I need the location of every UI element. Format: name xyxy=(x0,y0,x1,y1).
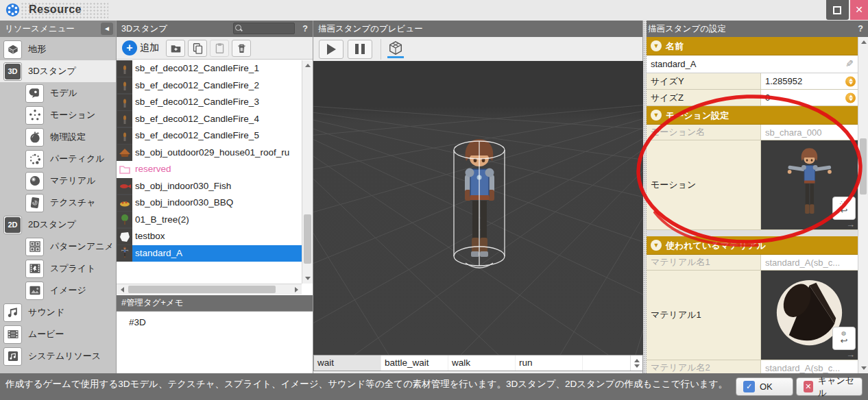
grid-display-toggle[interactable] xyxy=(381,39,404,60)
stamp-list-item[interactable]: sb_ef_deco012_CandleFire_4 xyxy=(117,111,302,128)
texture-icon xyxy=(25,194,44,212)
close-button[interactable]: ✕ xyxy=(850,0,868,20)
section-header-materials[interactable]: ▼ 使われているマテリアル xyxy=(647,236,858,255)
name-value-row[interactable]: standard_A ✎ xyxy=(647,55,858,73)
pause-button[interactable] xyxy=(348,40,372,59)
edit-pencil-icon[interactable]: ✎ xyxy=(845,58,854,69)
sidebar-item-material[interactable]: マテリアル xyxy=(0,170,116,192)
sidebar-item-movie[interactable]: ムービー xyxy=(0,323,116,345)
settings-scroll-down-button[interactable] xyxy=(858,363,868,373)
sidebar-item-image[interactable]: イメージ xyxy=(0,279,116,301)
material-name2-value: standard_A(sb_c... xyxy=(765,363,840,373)
copy-button[interactable] xyxy=(188,40,207,57)
sidebar-item-physics[interactable]: 物理設定 xyxy=(0,126,116,148)
sidebar-item-label: ムービー xyxy=(28,328,64,340)
motion-tab-battle_wait[interactable]: battle_wait xyxy=(381,355,448,371)
stamp-list-item[interactable]: reserved xyxy=(117,161,302,178)
motion-tab-walk[interactable]: walk xyxy=(448,355,516,371)
new-folder-button[interactable] xyxy=(166,40,185,57)
delete-button[interactable] xyxy=(232,40,251,57)
material-name2-field[interactable]: standard_A(sb_c... xyxy=(760,360,858,373)
ok-button[interactable]: ✓ OK xyxy=(736,377,793,396)
stamp-list-vertical-scrollbar[interactable] xyxy=(302,60,313,284)
sidebar-item-sprite[interactable]: スプライト xyxy=(0,258,116,279)
size-z-spinner[interactable] xyxy=(845,92,856,103)
scroll-right-button[interactable] xyxy=(291,284,302,295)
sidebar-item-3d-stamp[interactable]: 3D3Dスタンプ xyxy=(0,60,116,82)
play-icon xyxy=(327,44,336,55)
cancel-button[interactable]: ✕ キャンセル xyxy=(796,377,863,396)
motion-tab-run[interactable]: run xyxy=(516,355,583,371)
sidebar-item-system-resource[interactable]: システムリソース xyxy=(0,345,116,367)
size-y-field[interactable]: 1.285952 xyxy=(760,73,858,89)
paste-button[interactable] xyxy=(210,40,229,57)
size-z-field[interactable]: 0 xyxy=(760,90,858,105)
chevron-down-icon: ▼ xyxy=(651,110,662,121)
stamp-search-input[interactable] xyxy=(245,23,293,34)
stamp-list-item[interactable]: 01_B_tree(2) xyxy=(117,212,302,229)
scroll-up-button[interactable] xyxy=(302,60,313,71)
motion-list-spinner[interactable] xyxy=(630,355,642,371)
settings-scroll-thumb[interactable] xyxy=(860,138,867,195)
play-button[interactable] xyxy=(319,40,343,59)
expand-arrow-icon[interactable]: → xyxy=(846,219,855,229)
maximize-button[interactable] xyxy=(826,0,849,20)
stamp-list-item[interactable]: sb_ef_deco012_CandleFire_5 xyxy=(117,127,302,145)
viewport-grid xyxy=(313,61,643,355)
stamp-list-item[interactable]: standard_A xyxy=(117,245,302,262)
new-folder-icon xyxy=(170,42,182,54)
2d-stamp-icon: 2D xyxy=(3,216,22,234)
sidebar-item-model[interactable]: モデル xyxy=(0,82,116,104)
size-z-label: サイズZ xyxy=(647,90,760,105)
section-header-name[interactable]: ▼ 名前 xyxy=(647,37,858,55)
settings-help-button[interactable]: ? xyxy=(858,21,863,37)
material1-thumbnail[interactable]: ◍↩ → xyxy=(760,271,858,360)
add-stamp-button[interactable]: + 追加 xyxy=(121,39,163,57)
preview-viewport[interactable] xyxy=(313,61,643,355)
motion-tab-wait[interactable]: wait xyxy=(314,355,381,371)
stamp-list-item[interactable]: sb_obj_indoor030_BBQ xyxy=(117,195,302,212)
ok-label: OK xyxy=(760,382,773,392)
change-motion-button[interactable]: ∴∵↩ xyxy=(832,197,856,220)
stamp-list-item[interactable]: sb_ef_deco012_CandleFire_3 xyxy=(117,94,302,111)
horizontal-scroll-thumb[interactable] xyxy=(128,286,276,293)
settings-title: 描画スタンプの設定 xyxy=(648,24,726,34)
stamp-list-item[interactable]: testbox xyxy=(117,228,302,245)
sidebar-item-terrain[interactable]: 地形 xyxy=(0,38,116,60)
sidebar-item-particle[interactable]: パーティクル xyxy=(0,148,116,170)
settings-scroll-up-button[interactable] xyxy=(858,37,868,47)
motion-icon xyxy=(25,106,44,125)
expand-arrow-icon[interactable]: → xyxy=(846,349,855,360)
settings-scrollbar[interactable] xyxy=(858,37,868,373)
collapse-sidebar-button[interactable]: ◄ xyxy=(101,23,113,35)
stamp-list-item[interactable]: sb_ef_deco012_CandleFire_1 xyxy=(117,60,302,77)
stamp-list-horizontal-scrollbar[interactable] xyxy=(117,284,302,295)
stamp-list-item[interactable]: sb_ef_deco012_CandleFire_2 xyxy=(117,77,302,95)
motion-name-field[interactable]: sb_chara_000 xyxy=(760,125,858,140)
motion-name-label: モーション名 xyxy=(647,125,760,140)
memo-text-area[interactable]: #3D xyxy=(117,311,313,373)
roof-thumbnail-icon xyxy=(117,145,132,162)
motion-thumbnail[interactable]: ∴∵↩ → xyxy=(760,140,858,229)
scroll-down-button[interactable] xyxy=(302,273,313,284)
material-name1-field[interactable]: standard_A(sb_c... xyxy=(760,255,858,270)
section-header-motion-settings[interactable]: ▼ モーション設定 xyxy=(647,106,858,125)
sidebar-item-pattern-anime[interactable]: パターンアニメ xyxy=(0,236,116,258)
stamp-list-item[interactable]: sb_obj_indoor030_Fish xyxy=(117,178,302,195)
size-y-spinner[interactable] xyxy=(845,76,856,86)
material-name2-row: マテリアル名2 standard_A(sb_c... xyxy=(647,360,858,373)
panel-splitter[interactable] xyxy=(643,21,647,373)
sidebar-item-motion[interactable]: モーション xyxy=(0,104,116,126)
change-material-button[interactable]: ◍↩ xyxy=(832,327,856,350)
scroll-left-button[interactable] xyxy=(117,284,128,295)
image-icon xyxy=(25,282,44,300)
copy-icon xyxy=(192,42,204,54)
sidebar-item-texture[interactable]: テクスチャ xyxy=(0,192,116,214)
sidebar-item-2d-stamp[interactable]: 2D2Dスタンプ xyxy=(0,214,116,236)
sidebar-item-sound[interactable]: サウンド xyxy=(0,301,116,323)
size-y-label: サイズY xyxy=(647,73,760,89)
stamp-list-item[interactable]: sb_obj_outdoor029_house01_roof_ru xyxy=(117,145,302,162)
stamp-list-help-button[interactable]: ? xyxy=(302,21,308,37)
vertical-scroll-thumb[interactable] xyxy=(304,214,311,264)
material-name1-row: マテリアル名1 standard_A(sb_c... xyxy=(647,255,858,271)
